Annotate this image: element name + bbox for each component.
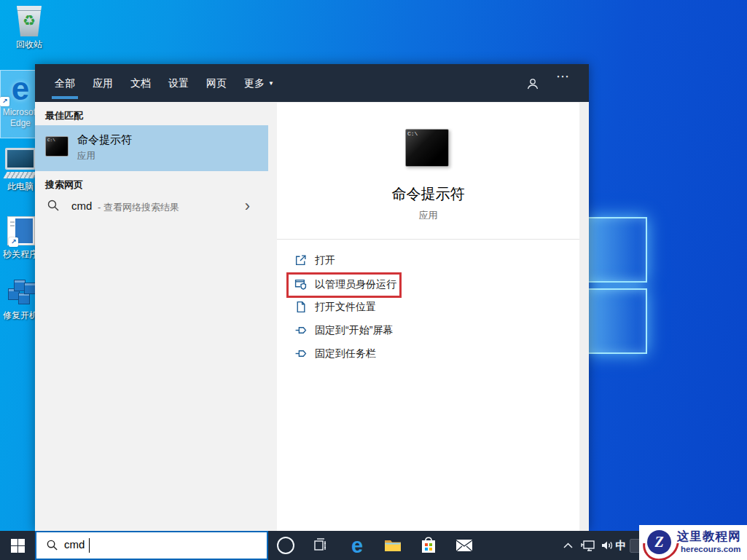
wallpaper-windows-logo bbox=[587, 217, 650, 354]
tab-label: 全部 bbox=[55, 77, 75, 89]
action-open-file-location[interactable]: 打开文件位置 bbox=[277, 296, 579, 318]
search-icon bbox=[46, 539, 58, 551]
file-explorer-icon bbox=[384, 538, 402, 553]
result-item-command-prompt[interactable]: C:\ 命令提示符 应用 bbox=[35, 125, 268, 171]
section-header-best-match: 最佳匹配 bbox=[45, 109, 83, 122]
store-button[interactable] bbox=[412, 531, 445, 560]
desktop: ♻ 回收站 e ↗ Microsoft Edge 此电脑 ↗ 秒关程序 bbox=[0, 0, 747, 560]
start-button[interactable] bbox=[0, 531, 35, 560]
mail-button[interactable] bbox=[448, 531, 480, 560]
desktop-icon-recycle-bin[interactable]: ♻ 回收站 bbox=[7, 6, 51, 50]
tab-web[interactable]: 网页 bbox=[206, 64, 227, 102]
cmd-icon-large: C:\ bbox=[405, 129, 449, 167]
wallpaper-logo-pane bbox=[587, 217, 647, 283]
tab-more[interactable]: 更多▼ bbox=[244, 64, 274, 102]
shortcut-arrow-icon: ↗ bbox=[0, 97, 9, 106]
file-location-icon bbox=[294, 301, 307, 313]
section-header-web-search: 搜索网页 bbox=[45, 178, 83, 192]
web-search-item[interactable]: cmd - 查看网络搜索结果 › bbox=[35, 192, 272, 221]
shortcut-arrow-icon: ↗ bbox=[9, 237, 18, 247]
store-icon bbox=[421, 537, 437, 554]
tab-label: 网页 bbox=[206, 77, 227, 89]
dropdown-arrow-icon: ▼ bbox=[268, 80, 274, 87]
tab-all[interactable]: 全部 bbox=[55, 64, 75, 102]
detail-title: 命令提示符 bbox=[277, 184, 579, 204]
tab-label: 应用 bbox=[93, 77, 113, 89]
action-open[interactable]: 打开 bbox=[277, 250, 579, 272]
scrollbar-track[interactable] bbox=[579, 102, 589, 531]
cube bbox=[24, 283, 36, 294]
desktop-icon-label: 回收站 bbox=[7, 39, 51, 50]
watermark: Z 这里教程网 herecours.com bbox=[639, 525, 747, 560]
recycle-bin-lid bbox=[16, 6, 42, 11]
web-query: cmd bbox=[71, 200, 92, 212]
edge-taskbar-button[interactable]: e bbox=[341, 531, 373, 560]
action-label: 固定到“开始”屏幕 bbox=[315, 324, 393, 337]
open-icon bbox=[294, 254, 307, 267]
search-flyout-panel: 全部 应用 文档 设置 网页 更多▼ ⋯ 最佳匹配 C:\ 命令提示符 应用 bbox=[35, 64, 589, 531]
result-subtitle: 应用 bbox=[77, 150, 95, 162]
chevron-up-icon bbox=[563, 543, 573, 548]
action-label: 打开 bbox=[315, 254, 335, 267]
cubes-icon bbox=[4, 272, 37, 306]
search-filter-bar: 全部 应用 文档 设置 网页 更多▼ ⋯ bbox=[35, 64, 589, 102]
cmd-icon-text: C:\ bbox=[406, 130, 448, 137]
tray-ime-language[interactable]: 中 bbox=[612, 531, 630, 560]
tab-label: 设置 bbox=[168, 77, 189, 89]
action-run-as-administrator[interactable]: 以管理员身份运行 bbox=[277, 274, 579, 296]
wallpaper-logo-pane bbox=[587, 288, 647, 354]
cmd-icon-text: C:\ bbox=[46, 137, 68, 143]
app-window-line bbox=[10, 221, 15, 223]
tray-network[interactable] bbox=[578, 531, 598, 560]
action-label: 以管理员身份运行 bbox=[315, 278, 396, 291]
action-label: 打开文件位置 bbox=[315, 301, 376, 314]
recycle-bin-icon: ♻ bbox=[15, 6, 44, 36]
action-pin-to-start[interactable]: 固定到“开始”屏幕 bbox=[277, 320, 579, 342]
edge-icon: e bbox=[351, 535, 363, 556]
text-cursor bbox=[89, 538, 90, 553]
result-detail-pane: C:\ 命令提示符 应用 打开 以管理员身份运行 bbox=[277, 103, 579, 531]
run-as-admin-icon bbox=[294, 278, 307, 291]
recycle-symbol: ♻ bbox=[15, 12, 44, 29]
tab-label: 更多 bbox=[244, 77, 265, 89]
search-input-value: cmd bbox=[64, 538, 85, 551]
cmd-icon: C:\ bbox=[45, 136, 69, 157]
network-icon bbox=[581, 540, 595, 552]
watermark-title: 这里教程网 bbox=[677, 529, 741, 545]
more-options-icon[interactable]: ⋯ bbox=[556, 68, 570, 84]
task-view-button[interactable] bbox=[305, 531, 337, 560]
pin-icon bbox=[294, 347, 307, 360]
chevron-right-icon[interactable]: › bbox=[245, 197, 250, 216]
cortana-button[interactable] bbox=[270, 531, 302, 560]
pc-keyboard bbox=[3, 172, 37, 178]
action-label: 固定到任务栏 bbox=[315, 347, 376, 360]
cortana-icon bbox=[277, 537, 294, 554]
task-view-icon bbox=[313, 537, 329, 553]
divider bbox=[277, 239, 579, 240]
watermark-logo: Z bbox=[647, 530, 671, 554]
tab-label: 文档 bbox=[130, 77, 151, 89]
watermark-domain: herecours.com bbox=[681, 545, 740, 553]
windows-logo-icon bbox=[11, 539, 25, 553]
mail-icon bbox=[455, 539, 473, 552]
this-pc-icon bbox=[5, 148, 36, 178]
cube bbox=[18, 293, 30, 304]
tab-settings[interactable]: 设置 bbox=[168, 64, 189, 102]
pin-icon bbox=[294, 324, 307, 336]
tray-show-hidden-icons[interactable] bbox=[558, 531, 577, 560]
action-pin-to-taskbar[interactable]: 固定到任务栏 bbox=[277, 343, 579, 365]
tab-apps[interactable]: 应用 bbox=[93, 64, 113, 102]
detail-subtitle: 应用 bbox=[277, 209, 579, 222]
search-icon bbox=[47, 199, 60, 212]
account-icon[interactable] bbox=[526, 77, 539, 90]
web-query-suffix: - 查看网络搜索结果 bbox=[98, 201, 179, 214]
taskbar-search-box[interactable]: cmd bbox=[35, 531, 268, 560]
pc-screen bbox=[5, 148, 36, 170]
active-tab-underline bbox=[52, 96, 78, 99]
tab-documents[interactable]: 文档 bbox=[130, 64, 151, 102]
taskbar: cmd e bbox=[0, 531, 747, 560]
app-window-line bbox=[10, 225, 15, 226]
file-explorer-button[interactable] bbox=[377, 531, 409, 560]
result-title: 命令提示符 bbox=[77, 133, 132, 147]
